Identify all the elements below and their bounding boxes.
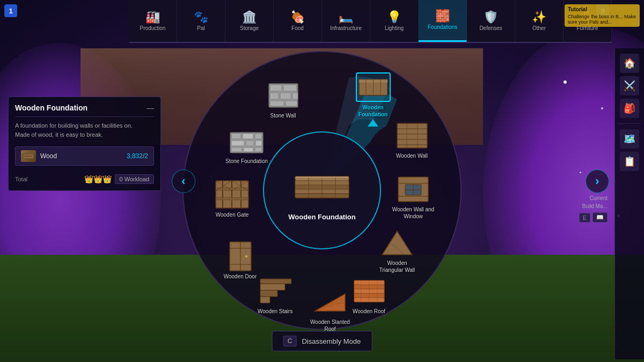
resource-name-wood: Wood [40,152,122,160]
nav-arrow-right[interactable]: › [586,169,609,193]
stone-wall-label: Stone Wall [270,112,296,119]
pal-icon: 🐾 [194,11,208,23]
wooden-wall-window-label: Wooden Wall and Window [392,206,435,220]
sparkle-icon [601,107,603,109]
wheel-item-wooden-stairs[interactable]: Wooden Stairs [258,276,292,315]
total-label: Total [15,176,27,182]
nav-item-pal[interactable]: 🐾 Pal [177,0,225,42]
wooden-foundation-icon [356,72,391,102]
wooden-slanted-roof-icon [313,287,348,316]
food-icon: 🍖 [290,11,305,23]
svg-rect-56 [260,297,270,303]
build-label: Build Ma... [579,203,608,209]
wheel-item-wooden-slanted-roof[interactable]: Wooden Slanted Roof [306,287,354,333]
nav-item-food[interactable]: 🍖 Food [274,0,322,42]
sparkle-icon [564,80,567,84]
nav-item-infrastructure[interactable]: 🛏️ Infrastructure [322,0,370,42]
wooden-triangular-wall-icon [380,228,415,257]
sidebar-divider [618,123,641,124]
nav-label-foundations: Foundations [428,24,457,30]
tutorial-panel: Tutorial Challenge the boss in B... Make… [565,4,640,27]
close-button[interactable]: — [147,104,154,112]
left-arrow-icon: ‹ [181,174,185,188]
tutorial-text: Challenge the boss in B... Make sure you… [568,14,636,25]
radial-wheel: Wooden Foundation Stone Wall [182,51,462,330]
wheel-item-wooden-foundation[interactable]: Wooden Foundation [349,72,397,127]
sidebar-icon-4[interactable]: 🗺️ [620,129,639,149]
wood-icon [21,150,36,162]
nav-item-lighting[interactable]: 💡 Lighting [370,0,419,42]
info-panel-title: Wooden Foundation [15,104,87,112]
svg-point-64 [245,255,247,257]
wheel-item-wooden-door[interactable]: Wooden Door [223,241,258,280]
nav-item-foundations[interactable]: 🧱 Foundations [419,0,467,42]
current-label: Current [579,195,608,201]
nav-label-food: Food [291,25,304,31]
wooden-gate-icon [215,180,250,209]
sidebar-icon-3[interactable]: 🎒 [620,99,639,118]
sidebar-icon-2[interactable]: ⚔️ [620,76,639,95]
nav-label-defenses: Defenses [479,25,502,31]
wooden-stairs-label: Wooden Stairs [258,308,292,315]
nav-item-defenses[interactable]: 🛡️ Defenses [467,0,515,42]
stone-foundation-label: Stone Foundation [225,158,268,165]
nav-item-production[interactable]: 🏭 Production [129,0,177,42]
current-info-panel: Current Build Ma... E 📖 [579,195,608,223]
wheel-item-wooden-wall-window[interactable]: Wooden Wall and Window [392,174,435,220]
svg-rect-57 [260,290,277,297]
svg-rect-18 [292,93,298,99]
info-panel-description: A foundation for building walls or facil… [15,121,154,139]
wooden-wall-icon [394,121,429,150]
svg-rect-16 [270,93,279,99]
wooden-roof-label: Wooden Roof [353,308,385,315]
svg-rect-83 [244,147,253,152]
tutorial-title: Tutorial [568,6,636,12]
key-e[interactable]: E [579,213,590,223]
workload-section: 👑👑👑 0 Workload [84,174,154,184]
wheel-center: Wooden Foundation [263,131,381,249]
wooden-foundation-label: Wooden Foundation [349,104,397,118]
svg-rect-70 [216,197,248,200]
nav-item-other[interactable]: ✨ Other [515,0,564,42]
wooden-wall-window-icon [396,174,431,204]
sidebar-icon-1[interactable]: 🏠 [620,54,639,73]
wheel-item-wooden-gate[interactable]: Wooden Gate [215,180,250,218]
nav-arrow-left[interactable]: ‹ [172,169,195,193]
stone-wall-icon [266,80,301,110]
wheel-item-wooden-triangular-wall[interactable]: Wooden Triangular Wall [376,228,419,274]
svg-rect-17 [280,93,291,99]
svg-marker-26 [368,119,378,127]
nav-label-production: Production [140,25,166,31]
defenses-icon: 🛡️ [484,11,498,23]
top-navigation: 🏭 Production 🐾 Pal 🏛️ Storage 🍖 Food 🛏️ … [129,0,612,43]
wooden-wall-label: Wooden Wall [396,152,428,159]
key-book[interactable]: 📖 [592,212,608,223]
svg-rect-14 [270,85,282,91]
info-panel-header: Wooden Foundation — [15,104,154,117]
wheel-item-wooden-wall[interactable]: Wooden Wall [394,121,429,159]
wheel-item-wooden-roof[interactable]: Wooden Roof [352,276,386,315]
svg-rect-59 [260,279,291,284]
svg-rect-27 [397,123,427,148]
svg-rect-80 [246,141,254,146]
wooden-roof-icon [352,276,386,306]
sidebar-icon-5[interactable]: 📋 [620,152,639,171]
wheel-item-stone-wall[interactable]: Stone Wall [266,80,301,119]
svg-rect-20 [286,101,297,106]
nav-label-pal: Pal [197,25,204,31]
lighting-icon: 💡 [387,11,401,23]
wooden-stairs-icon [258,276,292,306]
center-item-icon [290,160,354,209]
right-sidebar: 🏠 ⚔️ 🎒 🗺️ 📋 [614,48,644,359]
svg-rect-81 [255,141,262,146]
foundations-icon: 🧱 [435,10,450,22]
disassembly-mode-button[interactable]: C Disassembly Mode [272,331,372,351]
nav-item-storage[interactable]: 🏛️ Storage [225,0,274,42]
disassembly-key: C [283,336,297,346]
svg-rect-76 [231,134,241,139]
resource-count-wood: 3,832/2 [127,152,148,160]
wheel-item-stone-foundation[interactable]: Stone Foundation [225,126,268,165]
wooden-triangular-wall-label: Wooden Triangular Wall [376,260,419,274]
production-icon: 🏭 [145,11,160,23]
svg-rect-78 [255,134,262,139]
